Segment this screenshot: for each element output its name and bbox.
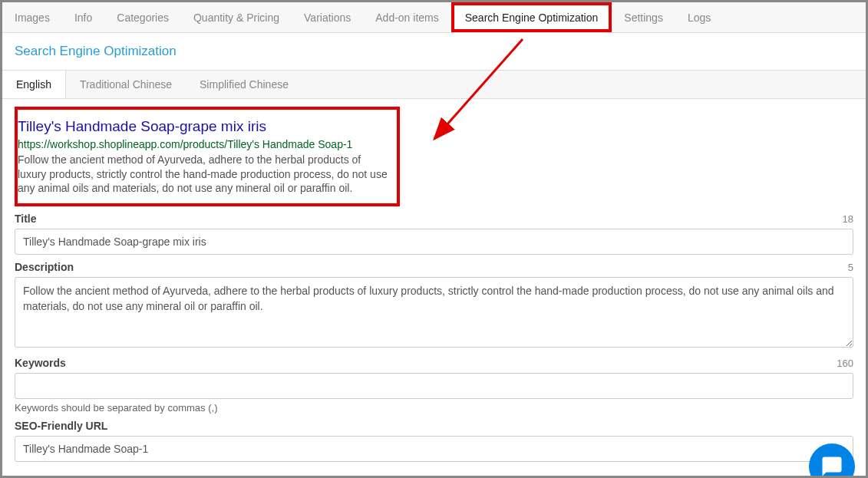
preview-title: Tilley's Handmade Soap-grape mix iris	[18, 117, 388, 137]
lang-tabs: English Traditional Chinese Simplified C…	[2, 70, 866, 99]
lang-tab-traditional-chinese[interactable]: Traditional Chinese	[66, 71, 186, 98]
tab-info[interactable]: Info	[62, 2, 104, 32]
description-input[interactable]	[15, 277, 853, 348]
top-tabs: Images Info Categories Quantity & Pricin…	[2, 2, 866, 33]
tab-images[interactable]: Images	[2, 2, 62, 32]
preview-description: Follow the ancient method of Ayurveda, a…	[18, 153, 388, 196]
lang-tab-english[interactable]: English	[2, 71, 66, 98]
tab-seo[interactable]: Search Engine Optimization	[451, 2, 612, 32]
seo-url-label: SEO-Friendly URL	[15, 420, 107, 432]
description-label: Description	[15, 261, 74, 273]
preview-url: https://workshop.shoplineapp.com/product…	[18, 138, 388, 150]
seo-preview-box: Tilley's Handmade Soap-grape mix iris ht…	[15, 107, 400, 206]
tab-addon-items[interactable]: Add-on items	[363, 2, 451, 32]
title-label: Title	[15, 213, 37, 225]
keywords-group: Keywords 160 Keywords should be separate…	[15, 357, 853, 414]
keywords-input[interactable]	[15, 373, 853, 399]
tab-logs[interactable]: Logs	[675, 2, 723, 32]
description-group: Description 5	[15, 261, 853, 351]
title-group: Title 18	[15, 213, 853, 255]
tab-settings[interactable]: Settings	[612, 2, 675, 32]
tab-categories[interactable]: Categories	[104, 2, 181, 32]
chat-icon	[820, 455, 843, 478]
tab-quantity-pricing[interactable]: Quantity & Pricing	[181, 2, 292, 32]
seo-url-group: SEO-Friendly URL	[15, 420, 853, 462]
title-input[interactable]	[15, 229, 853, 255]
keywords-label: Keywords	[15, 357, 66, 369]
tab-variations[interactable]: Variations	[292, 2, 363, 32]
keywords-counter: 160	[837, 358, 853, 369]
section-title: Search Engine Optimization	[2, 33, 866, 70]
lang-tab-simplified-chinese[interactable]: Simplified Chinese	[186, 71, 302, 98]
title-counter: 18	[843, 213, 853, 225]
description-counter: 5	[848, 262, 853, 273]
keywords-hint: Keywords should be separated by commas (…	[15, 402, 853, 414]
seo-url-input[interactable]	[15, 436, 853, 462]
